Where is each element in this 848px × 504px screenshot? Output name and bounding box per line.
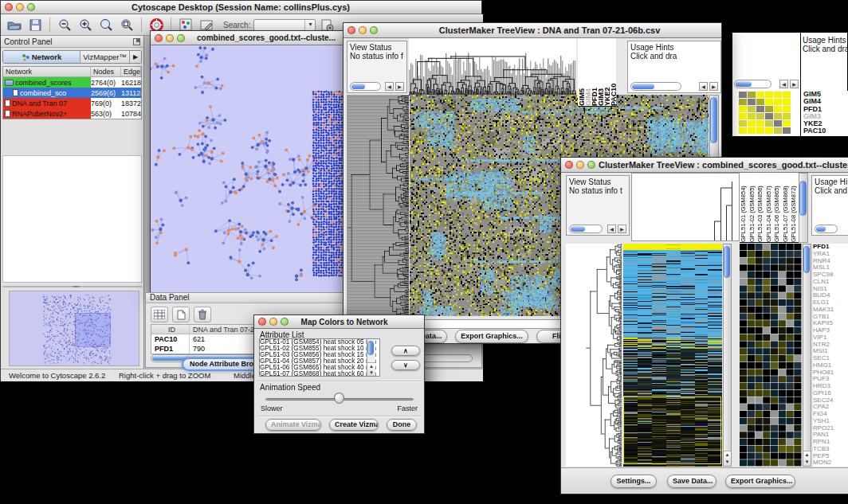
- status-scrollbar[interactable]: ◀▶: [569, 224, 626, 233]
- maximize-icon[interactable]: [177, 34, 185, 42]
- move-up-button[interactable]: ∧: [391, 346, 420, 356]
- col-edges[interactable]: Edges: [121, 67, 141, 76]
- network-view-titlebar[interactable]: combined_scores_good.txt--cluste...: [151, 31, 347, 45]
- scrollbar-thumb[interactable]: [803, 246, 810, 273]
- column-label[interactable]: GPL51-08 (GSM872): [790, 173, 799, 242]
- scrollbar-track[interactable]: [734, 80, 771, 88]
- zoom-out-button[interactable]: [56, 17, 73, 33]
- zoom-fit-button[interactable]: [97, 17, 115, 33]
- col-network[interactable]: Network: [3, 67, 91, 76]
- network-row[interactable]: combined_scores 2764(0) 16218(0): [3, 77, 141, 88]
- maximize-icon[interactable]: [370, 26, 378, 34]
- column-label[interactable]: GIM3: [597, 38, 603, 106]
- scroll-right-icon[interactable]: ▶: [395, 82, 404, 91]
- column-dendrogram-canvas[interactable]: [409, 38, 576, 96]
- speed-slider-thumb[interactable]: [334, 393, 344, 404]
- global-heatmap-canvas[interactable]: [623, 244, 722, 467]
- scrollbar-thumb[interactable]: [710, 97, 717, 143]
- row-dendrogram-canvas[interactable]: [347, 95, 409, 316]
- float-panel-icon[interactable]: [133, 38, 140, 45]
- minimize-icon[interactable]: [359, 26, 367, 34]
- scrollbar-thumb[interactable]: [724, 246, 730, 278]
- settings-button[interactable]: Settings...: [610, 475, 657, 488]
- column-label[interactable]: PAC10: [610, 38, 616, 106]
- global-v-scrollbar[interactable]: ▲▼: [723, 244, 732, 467]
- scroll-arrows[interactable]: ▲▼: [803, 451, 811, 466]
- gene-label[interactable]: MON2: [813, 459, 848, 467]
- minimize-icon[interactable]: [576, 161, 584, 169]
- close-icon[interactable]: [258, 318, 266, 326]
- open-button[interactable]: [6, 17, 23, 33]
- network-view-canvas[interactable]: [151, 45, 347, 292]
- close-icon[interactable]: [5, 3, 13, 11]
- column-label[interactable]: GIM5: [578, 38, 584, 106]
- search-dropdown-icon[interactable]: ▾: [304, 20, 315, 30]
- scroll-right-icon[interactable]: ▶: [618, 225, 626, 233]
- hints-scrollbar[interactable]: ◀▶: [630, 81, 718, 91]
- search-input[interactable]: ▾: [253, 19, 316, 31]
- close-icon[interactable]: [347, 26, 355, 34]
- gene-label[interactable]: PAC10: [803, 127, 848, 135]
- animate-vizmap-button[interactable]: Animate Vizmap: [265, 419, 321, 431]
- column-label[interactable]: GPL51-06 (GSM865): [773, 173, 782, 242]
- select-attributes-button[interactable]: [151, 307, 168, 322]
- network-row[interactable]: combined_sco 2569(6) 13112(15): [3, 88, 141, 98]
- scroll-left-icon[interactable]: ◀: [607, 225, 616, 233]
- dialog-titlebar[interactable]: Map Colors to Network: [254, 315, 424, 329]
- tab-network[interactable]: Network: [3, 51, 80, 63]
- minimize-icon[interactable]: [16, 3, 24, 11]
- col-nodes[interactable]: Nodes: [91, 67, 121, 76]
- minimize-icon[interactable]: [166, 34, 174, 42]
- maximize-icon[interactable]: [281, 318, 289, 326]
- maximize-icon[interactable]: [587, 161, 595, 169]
- minimize-icon[interactable]: [269, 318, 277, 326]
- zoom-in-button[interactable]: [77, 17, 94, 33]
- save-data-button[interactable]: Save Data...: [667, 475, 716, 488]
- zoom-h-scrollbar[interactable]: ◀▶: [734, 79, 799, 88]
- network-row[interactable]: RNAPuberNov2+ 563(0) 107847(0): [3, 108, 141, 119]
- scroll-right-icon[interactable]: ▶: [709, 82, 718, 91]
- zoom-heatmap-canvas[interactable]: [740, 244, 802, 467]
- scrollbar-thumb[interactable]: [367, 341, 374, 355]
- column-dendrogram-canvas[interactable]: [631, 173, 740, 241]
- network-row[interactable]: DNA and Tran 07 769(0) 183728(0): [3, 98, 141, 108]
- treeview1-titlebar[interactable]: ClusterMaker TreeView : DNA and Tran 07-…: [344, 23, 721, 38]
- scroll-left-icon[interactable]: ◀: [699, 82, 708, 91]
- row-dendrogram-canvas[interactable]: [566, 244, 622, 467]
- attribute-list-item[interactable]: GPL51-07 (GSM868) heat shock 60 min: [260, 371, 379, 377]
- scroll-right-icon[interactable]: ▶: [790, 80, 799, 88]
- main-titlebar[interactable]: Cytoscape Desktop (Session Name: collins…: [1, 1, 481, 14]
- scroll-arrows[interactable]: ▲▼: [367, 362, 375, 376]
- column-label[interactable]: GPL51-04 (GSM857): [765, 173, 774, 242]
- close-icon[interactable]: [565, 161, 573, 169]
- zoom-selected-button[interactable]: [118, 17, 135, 33]
- hints-scrollbar[interactable]: [815, 224, 848, 233]
- move-down-button[interactable]: ∨: [391, 360, 420, 370]
- tab-vizmapper[interactable]: VizMapper™: [80, 51, 129, 63]
- tab-overflow-arrow[interactable]: ▶: [129, 51, 141, 63]
- save-button[interactable]: [26, 17, 44, 33]
- scroll-arrows[interactable]: ▲▼: [724, 451, 731, 466]
- column-label[interactable]: GPL51-03 (GSM856): [756, 173, 765, 242]
- splitter-grip[interactable]: [73, 286, 79, 287]
- treeview2-titlebar[interactable]: ClusterMaker TreeView : combined_scores_…: [561, 158, 848, 173]
- scroll-left-icon[interactable]: ◀: [779, 80, 788, 88]
- export-graphics-button[interactable]: Export Graphics...: [455, 330, 528, 343]
- column-label[interactable]: YKE2: [603, 38, 610, 106]
- scrollbar-thumb[interactable]: [799, 181, 807, 216]
- delete-attribute-button[interactable]: [194, 307, 211, 322]
- done-button[interactable]: Done: [387, 419, 417, 431]
- column-label[interactable]: GIM4: [584, 38, 591, 106]
- network-overview-canvas[interactable]: [9, 291, 139, 366]
- export-graphics-button[interactable]: Export Graphics...: [725, 475, 795, 488]
- status-scrollbar[interactable]: ◀▶: [350, 81, 404, 91]
- column-label-scrollbar[interactable]: [799, 173, 808, 243]
- column-label[interactable]: GPL51-07 (GSM868): [782, 173, 791, 242]
- close-icon[interactable]: [155, 34, 163, 42]
- similarity-heatmap-canvas[interactable]: [739, 92, 791, 135]
- scrollbar-thumb[interactable]: [736, 81, 752, 87]
- scroll-left-icon[interactable]: ◀: [385, 82, 394, 91]
- new-attribute-button[interactable]: [172, 307, 190, 322]
- attribute-list-scrollbar[interactable]: ▲▼: [367, 339, 375, 376]
- create-vizmap-button[interactable]: Create Vizmap: [329, 419, 379, 431]
